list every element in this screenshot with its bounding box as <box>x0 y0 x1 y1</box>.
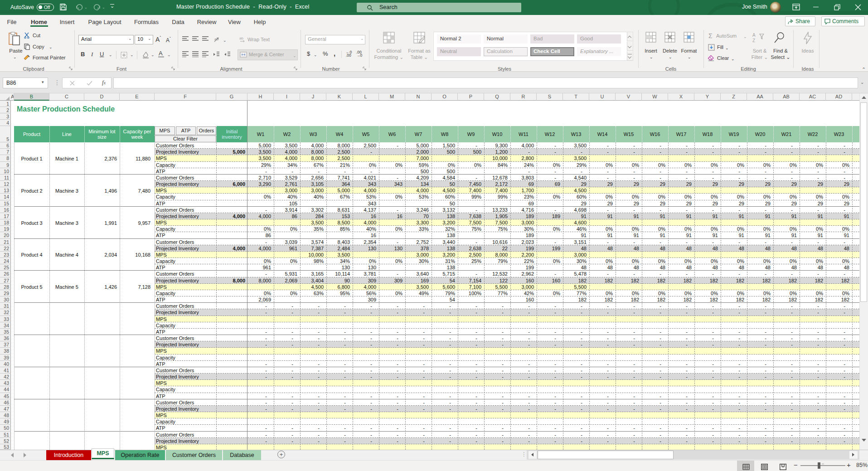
svg-text:ab: ab <box>214 37 218 41</box>
svg-text:ab: ab <box>239 36 243 40</box>
svg-text:A: A <box>752 33 756 38</box>
svg-text:Z: Z <box>752 38 755 43</box>
